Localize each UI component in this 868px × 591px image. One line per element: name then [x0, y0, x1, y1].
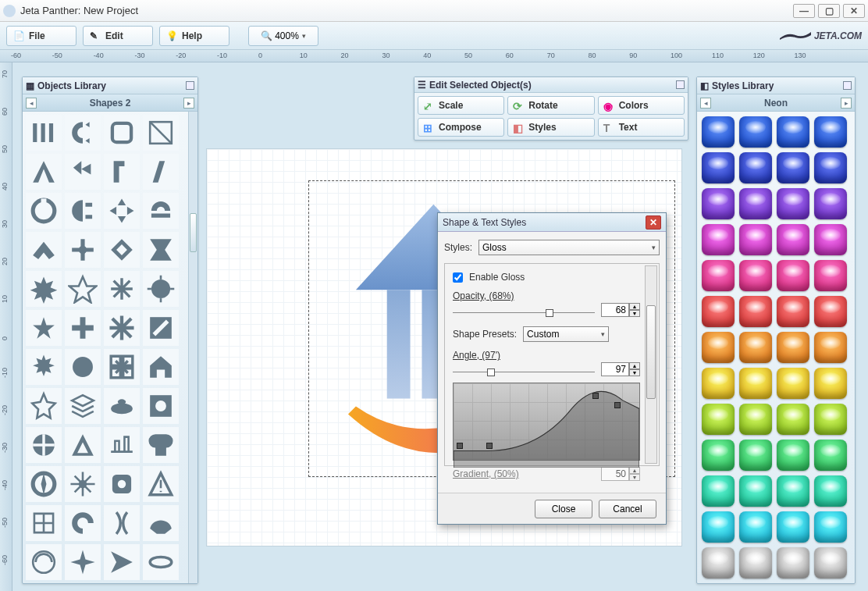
edit-menu-button[interactable]: ✎ Edit [83, 26, 153, 46]
maximize-button[interactable]: ▢ [818, 4, 840, 18]
shape-item[interactable] [65, 193, 101, 229]
style-swatch[interactable] [814, 547, 847, 579]
gradient-spin-up[interactable]: ▲ [629, 467, 640, 474]
style-swatch[interactable] [702, 368, 735, 399]
style-swatch[interactable] [702, 511, 735, 543]
style-swatch[interactable] [777, 260, 809, 291]
style-swatch[interactable] [739, 368, 772, 399]
style-swatch[interactable] [814, 475, 847, 507]
style-swatch[interactable] [739, 224, 772, 255]
style-swatch[interactable] [702, 116, 735, 148]
shape-item[interactable] [143, 310, 179, 346]
gloss-curve-editor[interactable] [453, 383, 640, 461]
style-swatch[interactable] [814, 296, 847, 327]
shape-item[interactable] [26, 466, 62, 502]
text-button[interactable]: TText [598, 118, 685, 137]
presets-dropdown[interactable]: Custom ▾ [523, 326, 609, 342]
dialog-scrollbar[interactable] [645, 265, 657, 464]
shape-item[interactable] [104, 427, 140, 463]
style-swatch[interactable] [739, 116, 772, 148]
shape-item[interactable] [143, 427, 179, 463]
shape-item[interactable] [26, 427, 62, 463]
shape-item[interactable] [143, 232, 179, 268]
objects-scrollbar[interactable] [188, 112, 197, 583]
style-swatch[interactable] [739, 296, 772, 327]
enable-gloss-checkbox[interactable] [453, 272, 463, 283]
prev-style-category-button[interactable]: ◂ [700, 98, 711, 109]
shape-item[interactable] [26, 271, 62, 307]
style-swatch[interactable] [777, 224, 809, 255]
style-swatch[interactable] [739, 511, 772, 543]
scale-button[interactable]: ⤢Scale [418, 96, 504, 115]
shape-item[interactable] [65, 115, 101, 151]
opacity-spin-down[interactable]: ▼ [629, 310, 640, 317]
shape-item[interactable] [143, 271, 179, 307]
opacity-slider[interactable] [453, 304, 595, 317]
style-swatch[interactable] [739, 475, 772, 507]
shape-item[interactable] [104, 232, 140, 268]
shape-item[interactable] [143, 388, 179, 424]
next-style-category-button[interactable]: ▸ [841, 98, 852, 109]
angle-spin-down[interactable]: ▼ [629, 369, 640, 376]
style-swatch[interactable] [814, 116, 847, 148]
shape-item[interactable] [65, 544, 101, 580]
style-swatch[interactable] [777, 404, 809, 435]
shape-item[interactable] [26, 154, 62, 190]
minimize-button[interactable]: — [793, 4, 815, 18]
style-swatch[interactable] [777, 440, 809, 471]
style-swatch[interactable] [814, 224, 847, 255]
shape-item[interactable] [65, 388, 101, 424]
file-menu-button[interactable]: 📄 File [6, 26, 76, 46]
dialog-close-button[interactable]: ✕ [646, 215, 661, 230]
shape-item[interactable] [143, 115, 179, 151]
shape-item[interactable] [26, 193, 62, 229]
style-swatch[interactable] [739, 332, 772, 363]
style-swatch[interactable] [814, 511, 847, 543]
shape-item[interactable] [65, 310, 101, 346]
shape-item[interactable] [65, 271, 101, 307]
style-swatch[interactable] [777, 332, 809, 363]
prev-category-button[interactable]: ◂ [26, 98, 37, 109]
style-swatch[interactable] [814, 440, 847, 471]
style-swatch[interactable] [814, 368, 847, 399]
next-category-button[interactable]: ▸ [183, 98, 194, 109]
angle-input[interactable] [601, 362, 629, 376]
opacity-spin-up[interactable]: ▲ [629, 303, 640, 310]
shape-item[interactable] [26, 115, 62, 151]
shape-item[interactable] [65, 466, 101, 502]
shape-item[interactable] [26, 310, 62, 346]
angle-spin-up[interactable]: ▲ [629, 362, 640, 369]
angle-slider[interactable] [453, 364, 595, 376]
style-swatch[interactable] [702, 404, 735, 435]
style-swatch[interactable] [777, 547, 809, 579]
shape-item[interactable] [26, 544, 62, 580]
style-swatch[interactable] [702, 475, 735, 507]
shape-item[interactable] [143, 154, 179, 190]
style-swatch[interactable] [814, 152, 847, 183]
style-swatch[interactable] [739, 547, 772, 579]
styles-button[interactable]: ◧Styles [507, 118, 594, 137]
style-swatch[interactable] [777, 152, 809, 183]
shape-item[interactable] [104, 115, 140, 151]
shape-item[interactable] [65, 427, 101, 463]
shape-item[interactable] [104, 388, 140, 424]
gradient-input[interactable] [601, 467, 629, 481]
style-swatch[interactable] [739, 404, 772, 435]
shape-item[interactable] [104, 154, 140, 190]
shape-item[interactable] [143, 349, 179, 385]
style-swatch[interactable] [702, 224, 735, 255]
panel-collapse-button[interactable] [843, 81, 852, 90]
shape-item[interactable] [65, 154, 101, 190]
style-swatch[interactable] [702, 188, 735, 219]
style-swatch[interactable] [814, 260, 847, 291]
shape-item[interactable] [65, 349, 101, 385]
panel-collapse-button[interactable] [676, 80, 685, 89]
styles-dropdown[interactable]: Gloss ▾ [478, 240, 660, 255]
style-swatch[interactable] [702, 260, 735, 291]
rotate-button[interactable]: ⟳Rotate [507, 96, 594, 115]
style-swatch[interactable] [739, 440, 772, 471]
shape-item[interactable] [104, 271, 140, 307]
shape-item[interactable] [65, 505, 101, 541]
style-swatch[interactable] [814, 404, 847, 435]
colors-button[interactable]: ◉Colors [598, 96, 685, 115]
